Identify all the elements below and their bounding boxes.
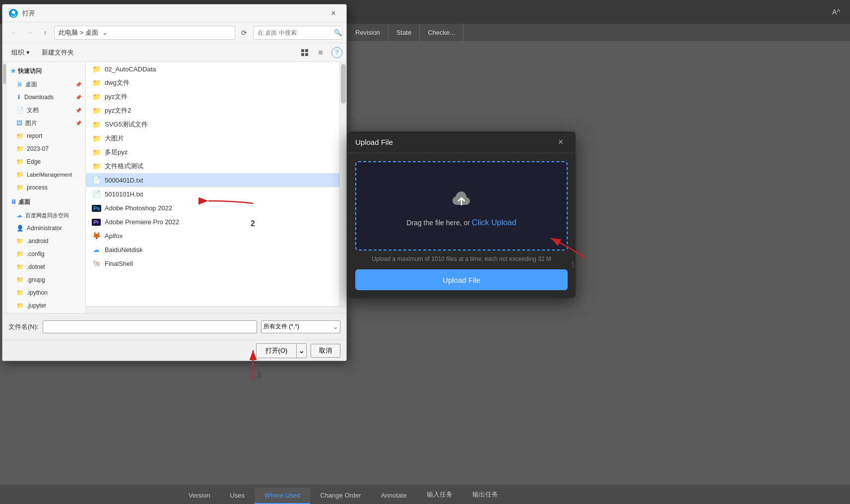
search-box[interactable]: 🔍 (253, 26, 342, 40)
up-button[interactable]: ↑ (38, 26, 52, 40)
jupyter-folder-icon: 📁 (16, 302, 24, 309)
list-item[interactable]: 📄 5000401D.txt (86, 173, 339, 187)
sidebar-item-edge[interactable]: 📁 Edge (6, 155, 85, 168)
tab-input-task[interactable]: 输入任务 (417, 486, 462, 504)
address-bar: ← → ↑ 此电脑 > 桌面 ⌄ ⟳ 🔍 (2, 22, 346, 43)
refresh-button[interactable]: ⟳ (237, 26, 251, 40)
sidebar-item-dotnet[interactable]: 📁 .dotnet (6, 260, 85, 273)
file-name: FinalShell (105, 260, 133, 267)
pr-icon: Pr (92, 218, 101, 226)
open-button[interactable]: 打开(O) (257, 344, 296, 358)
open-dropdown-button[interactable]: ⌄ (296, 344, 306, 358)
forward-button[interactable]: → (22, 26, 36, 40)
admin-label: Administrator (27, 225, 62, 232)
scrollbar-thumb (341, 64, 346, 104)
list-item[interactable]: ☁ BaiduNetdisk (86, 243, 339, 256)
sidebar-item-config[interactable]: 📁 .config (6, 248, 85, 260)
sidebar-desktop-section: 🖥 桌面 ☁ 百度网盘同步空间 👤 Administrator 📁 .andro… (6, 195, 85, 313)
folder-2023-label: 2023-07 (27, 145, 49, 152)
tab-change-order[interactable]: Change Order (310, 488, 371, 504)
gnupg-folder-icon: 📁 (16, 276, 24, 283)
upload-titlebar: Upload File × (347, 131, 576, 153)
sidebar-item-ipython[interactable]: 📁 .ipython (6, 286, 85, 299)
dialog-title: 打开 (22, 9, 327, 18)
folder-icon-bigpic: 📁 (92, 134, 101, 142)
tab-where-used[interactable]: Where Used (255, 488, 310, 504)
sidebar-item-process[interactable]: 📁 process (6, 181, 85, 194)
sidebar-item-downloads[interactable]: ⬇ Downloads 📌 (6, 91, 85, 104)
list-item[interactable]: Pr Adobe Premiere Pro 2022 (86, 215, 339, 229)
pin-icon-downloads: 📌 (75, 95, 81, 100)
action-bar: 打开(O) ⌄ 取消 (2, 340, 346, 361)
sidebar-item-android[interactable]: 📁 .android (6, 235, 85, 248)
android-label: .android (27, 238, 48, 245)
col-checked: Checke... (420, 24, 463, 41)
list-item[interactable]: 📁 SVG5测试文件 (86, 118, 339, 131)
address-dropdown[interactable]: ⌄ (98, 26, 112, 40)
back-button[interactable]: ← (6, 26, 20, 40)
sidebar-item-labelmgmt[interactable]: 📁 LabelManagement (6, 168, 85, 181)
sidebar-item-jupyter[interactable]: 📁 .jupyter (6, 299, 85, 312)
list-item[interactable]: 📁 pyz文件2 (86, 104, 339, 118)
top-bar-text: A^ (832, 8, 840, 16)
file-list: 📁 02_AutoCADData 📁 dwg文件 📁 pyz文件 📁 pyz文件… (86, 62, 339, 306)
filetype-label: 所有文件 (*.*) (263, 322, 299, 331)
sidebar-item-pictures[interactable]: 🖼 图片 📌 (6, 117, 85, 129)
file-list-hscrollbar[interactable] (86, 306, 346, 313)
labelmgmt-label: LabelManagement (27, 172, 72, 178)
view-list-button[interactable]: ≡ (314, 46, 327, 60)
dialog-close-button[interactable]: × (327, 6, 340, 20)
sidebar-item-documents[interactable]: 📄 文档 📌 (6, 104, 85, 117)
baidu-label: 百度网盘同步空间 (25, 212, 69, 219)
file-name: 文件格式测试 (105, 162, 143, 171)
sidebar-item-gnupg[interactable]: 📁 .gnupg (6, 273, 85, 286)
help-button[interactable]: ? (331, 47, 342, 58)
edge-folder-icon: 📁 (16, 158, 24, 165)
address-path[interactable]: 此电脑 > 桌面 ⌄ (54, 26, 235, 40)
drop-zone[interactable]: Drag the file here, or Click Upload (355, 161, 568, 251)
filetype-select[interactable]: 所有文件 (*.*) ⌄ (261, 320, 340, 333)
search-input[interactable] (258, 29, 332, 36)
list-item[interactable]: 📁 pyz文件 (86, 90, 339, 104)
cancel-button[interactable]: 取消 (311, 344, 340, 358)
list-item[interactable]: 📁 02_AutoCADData (86, 62, 339, 76)
step-1-label: 1 (571, 260, 575, 269)
upload-title: Upload File (355, 138, 554, 146)
svg-rect-2 (305, 49, 308, 52)
file-list-scrollbar[interactable] (339, 62, 346, 306)
drag-text: Drag the file here, or (406, 219, 472, 227)
upload-close-button[interactable]: × (554, 135, 568, 149)
file-name: 大图片 (105, 134, 124, 143)
organize-button[interactable]: 组织 ▾ (6, 46, 35, 60)
sidebar-item-2023[interactable]: 📁 2023-07 (6, 142, 85, 155)
baidu-netdisk-icon: ☁ (92, 246, 101, 253)
tab-version[interactable]: Version (179, 488, 220, 504)
tab-uses[interactable]: Uses (220, 488, 255, 504)
tab-output-task[interactable]: 输出任务 (462, 486, 508, 504)
list-item[interactable]: 📁 多层pyz (86, 145, 339, 159)
click-upload-link[interactable]: Click Upload (472, 218, 517, 227)
upload-file-button[interactable]: Upload File (355, 269, 568, 290)
filename-input[interactable] (43, 320, 257, 333)
bottom-tabs-bar: Version Uses Where Used Change Order Ann… (0, 484, 850, 504)
view-grid-button[interactable] (298, 46, 312, 60)
list-item[interactable]: 📁 大图片 (86, 131, 339, 145)
list-item[interactable]: 📁 文件格式测试 (86, 159, 339, 173)
cloud-upload-icon (448, 185, 475, 212)
sidebar-item-desktop[interactable]: 🖥 桌面 📌 (6, 78, 85, 91)
list-item[interactable]: Ps Adobe Photoshop 2022 (86, 201, 339, 215)
process-folder-icon: 📁 (16, 184, 24, 191)
list-item[interactable]: 📄 5010101H.txt (86, 187, 339, 201)
apifox-icon: 🦊 (92, 232, 101, 240)
android-folder-icon: 📁 (16, 238, 24, 245)
sidebar-item-admin[interactable]: 👤 Administrator (6, 222, 85, 235)
list-item[interactable]: 🦊 Apifox (86, 229, 339, 243)
sidebar-item-report[interactable]: 📁 report (6, 129, 85, 142)
new-folder-button[interactable]: 新建文件夹 (37, 46, 79, 60)
tab-annotate[interactable]: Annotate (371, 488, 417, 504)
file-name: SVG5测试文件 (105, 120, 148, 129)
pin-icon-pictures: 📌 (75, 121, 81, 126)
sidebar-item-baidu[interactable]: ☁ 百度网盘同步空间 (6, 209, 85, 222)
list-item[interactable]: 📁 dwg文件 (86, 76, 339, 90)
list-item[interactable]: 🐚 FinalShell (86, 256, 339, 270)
